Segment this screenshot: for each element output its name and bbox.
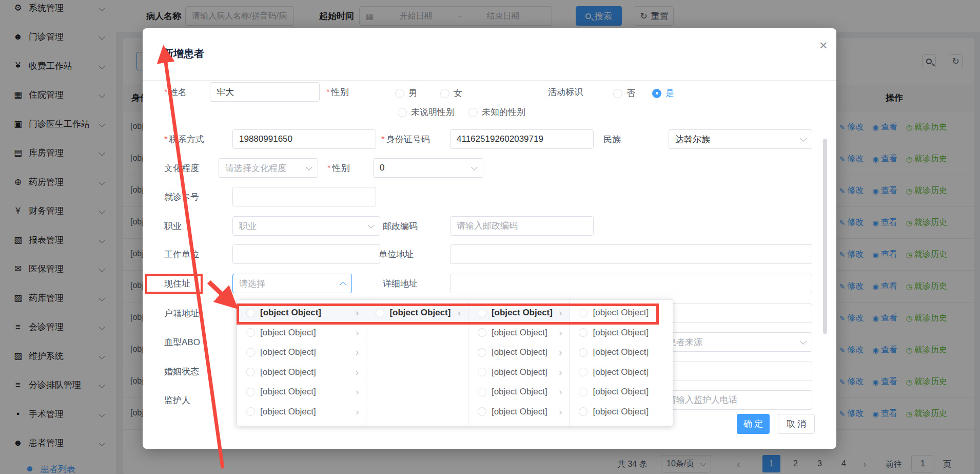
cascader-option-street[interactable]: [object Object] [570, 303, 673, 323]
radio-icon [579, 328, 587, 337]
radio-icon [440, 89, 449, 98]
chevron-right-icon: › [559, 386, 562, 397]
modal-header-divider [143, 80, 836, 81]
cascader-option-province[interactable]: [object Object] › [237, 402, 366, 422]
education-select[interactable]: 请选择文化程度 [219, 158, 318, 178]
radio-icon [395, 89, 404, 98]
cascader-option-district[interactable]: [object Object] › [468, 303, 570, 323]
address-cascader-dropdown: [object Object] › [object Object] › [obj… [237, 299, 673, 426]
current-address-cascader[interactable]: 请选择 [232, 274, 352, 293]
cascader-option-province[interactable]: [object Object] › [237, 303, 366, 323]
cascader-option-street[interactable]: [object Object] [570, 323, 673, 343]
id-number-input[interactable] [450, 129, 594, 149]
radio-icon [468, 108, 478, 117]
active-flag-label: 活动标识 [548, 86, 583, 98]
chevron-down-icon [306, 164, 312, 170]
cascader-option-district[interactable]: [object Object] › [468, 382, 570, 402]
occupation-select[interactable]: 职业 [232, 216, 380, 236]
cascader-option-province[interactable]: [object Object] › [237, 343, 366, 363]
gender-radio-unknown[interactable]: 未知的性别 [468, 106, 525, 118]
chevron-up-icon [340, 281, 346, 288]
cascader-option-district[interactable]: [object Object] › [468, 402, 570, 422]
close-icon[interactable]: ✕ [819, 40, 828, 52]
cascader-province-column: [object Object] › [object Object] › [obj… [237, 300, 366, 426]
radio-icon [246, 348, 255, 357]
employer-address-label: 单位地址 [379, 249, 414, 260]
cascader-option-province[interactable]: [object Object] › [237, 323, 366, 343]
postal-code-input[interactable] [450, 216, 594, 236]
registered-address-label: 户籍地址 [164, 308, 199, 319]
gender-code-label: *性别 [327, 162, 350, 174]
radio-icon [478, 309, 486, 317]
chevron-right-icon: › [356, 367, 359, 378]
cascader-option-street[interactable]: [object Object] [570, 343, 673, 363]
chevron-down-icon [800, 135, 807, 142]
radio-icon [579, 348, 587, 357]
ethnicity-label: 民族 [603, 134, 621, 145]
radio-icon [579, 309, 587, 317]
chevron-right-icon: › [356, 307, 359, 318]
radio-icon [246, 309, 255, 317]
radio-icon [579, 407, 587, 416]
cascader-option-street[interactable]: [object Object] [570, 382, 673, 402]
guardian-phone-input[interactable] [661, 390, 812, 410]
radio-icon [478, 388, 486, 396]
app-root: ⚙ 系统管理 ☻ 门诊管理 ¥ 收费工作站 ▦ 住院管理 ▣ [0, 0, 980, 474]
postal-code-label: 邮政编码 [383, 220, 418, 232]
radio-icon [579, 388, 587, 396]
gender-code-select[interactable]: 0 [373, 158, 483, 178]
gender-radio-female[interactable]: 女 [440, 87, 462, 99]
cascader-option-street[interactable]: [object Object] [570, 402, 673, 422]
gender-radio-unstated[interactable]: 未说明性别 [398, 106, 455, 118]
detail-address-input[interactable] [450, 274, 812, 293]
id-number-label: *身份证号码 [381, 134, 430, 145]
contact-input[interactable] [232, 129, 376, 149]
active-radio-yes[interactable]: 是 [652, 87, 674, 99]
radio-icon [613, 89, 622, 98]
chevron-right-icon: › [356, 386, 359, 397]
patient-source-select[interactable]: 患者来源 [661, 332, 812, 352]
chevron-right-icon: › [458, 307, 461, 318]
ethnicity-select[interactable]: 达斡尔族 [669, 129, 812, 149]
cascader-option-district[interactable]: [object Object] › [468, 323, 570, 343]
employer-input[interactable] [232, 244, 380, 264]
modal-title: 新增患者 [163, 47, 204, 61]
blood-type-label: 血型ABO [164, 336, 200, 348]
cascader-city-column: [object Object] › › [366, 300, 468, 426]
gender-label: *性别 [326, 86, 349, 98]
cascader-option-district[interactable]: [object Object] › [468, 343, 570, 363]
active-radio-no[interactable]: 否 [613, 87, 635, 99]
visit-card-input[interactable] [232, 187, 376, 206]
radio-icon [376, 309, 384, 317]
chevron-right-icon: › [559, 406, 562, 418]
gender-radio-male[interactable]: 男 [395, 87, 417, 99]
cancel-button[interactable]: 取 消 [778, 414, 815, 434]
name-input[interactable] [210, 82, 320, 102]
chevron-right-icon: › [356, 347, 359, 358]
cascader-district-column: [object Object] › [object Object] › [obj… [468, 300, 570, 426]
marital-status-input[interactable] [661, 362, 812, 381]
cascader-option-province[interactable]: [object Object] › [237, 363, 366, 383]
cascader-option-district[interactable]: [object Object] › [468, 363, 570, 383]
radio-icon [579, 368, 587, 376]
visit-card-label: 就诊卡号 [164, 191, 199, 203]
occupation-label: 职业 [164, 220, 182, 232]
cascader-street-column: [object Object] [object Object] [object … [570, 300, 673, 426]
radio-icon [478, 368, 486, 376]
chevron-down-icon [368, 222, 375, 229]
employer-address-input[interactable] [450, 244, 812, 264]
employer-label: 工作单位 [164, 249, 199, 260]
cascader-option-street[interactable]: [object Object] [570, 363, 673, 383]
marital-status-label: 婚姻状态 [164, 366, 199, 377]
chevron-down-icon [800, 338, 807, 345]
modal-scrollbar[interactable] [823, 139, 827, 334]
chevron-right-icon: › [559, 367, 562, 378]
cascader-option-province[interactable]: [object Object] › [237, 382, 366, 402]
cascader-option-city[interactable]: [object Object] › [366, 303, 468, 323]
chevron-right-icon: › [356, 327, 359, 338]
chevron-right-icon: › [559, 347, 562, 358]
confirm-button[interactable]: 确 定 [737, 414, 770, 434]
current-address-label: 现住址 [164, 278, 190, 290]
detail-address-label: 详细地址 [383, 278, 418, 290]
radio-icon [246, 407, 255, 416]
